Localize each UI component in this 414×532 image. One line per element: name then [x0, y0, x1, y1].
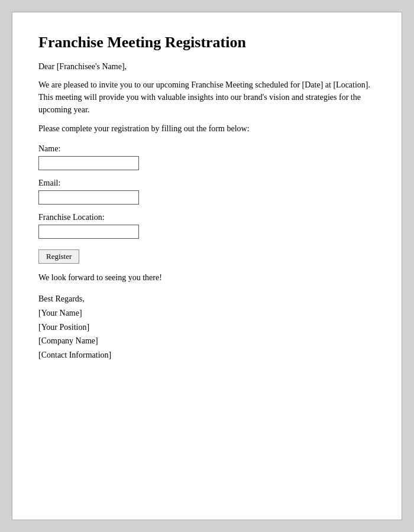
name-field-group: Name:: [38, 144, 376, 170]
signature-line4: [Company Name]: [38, 334, 376, 348]
register-button[interactable]: Register: [38, 249, 79, 264]
salutation: Dear [Franchisee's Name],: [38, 62, 376, 72]
forward-text: We look forward to seeing you there!: [38, 273, 376, 283]
page-title: Franchise Meeting Registration: [38, 34, 376, 51]
signature-line2: [Your Name]: [38, 306, 376, 320]
franchise-location-input[interactable]: [38, 225, 139, 239]
instruction-text: Please complete your registration by fil…: [38, 124, 376, 134]
signature-line5: [Contact Information]: [38, 348, 376, 362]
email-label: Email:: [38, 179, 376, 188]
franchise-location-field-group: Franchise Location:: [38, 213, 376, 239]
name-label: Name:: [38, 144, 376, 154]
email-field-group: Email:: [38, 179, 376, 205]
name-input[interactable]: [38, 156, 139, 170]
franchise-location-label: Franchise Location:: [38, 213, 376, 222]
signature-line3: [Your Position]: [38, 320, 376, 335]
email-input[interactable]: [38, 190, 139, 205]
signature-line1: Best Regards,: [38, 292, 376, 306]
signature-block: Best Regards, [Your Name] [Your Position…: [38, 292, 376, 362]
intro-paragraph: We are pleased to invite you to our upco…: [38, 79, 376, 116]
page-container: Franchise Meeting Registration Dear [Fra…: [12, 12, 402, 520]
